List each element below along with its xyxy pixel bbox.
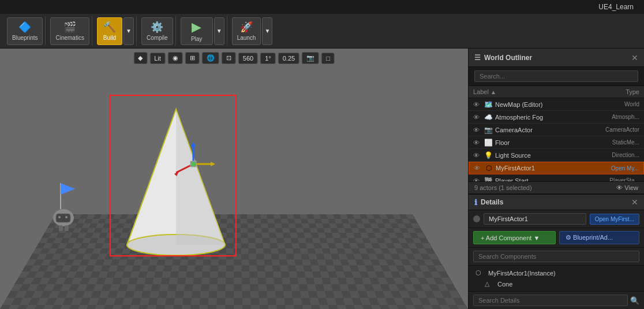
row-label-fog: Atmospheric Fog	[495, 114, 591, 121]
toolbar-group-build: 🔨 Build ▼	[95, 16, 137, 46]
row-type-light: Direction...	[593, 152, 639, 158]
row-icon-fog: ☁️	[484, 113, 493, 121]
row-type-floor: StaticMe...	[593, 139, 639, 146]
search-components-input[interactable]	[473, 251, 639, 262]
row-icon-camera: 📷	[484, 126, 493, 134]
svg-marker-1	[61, 183, 75, 195]
vp-gridsize-btn[interactable]: 560	[238, 53, 258, 64]
open-blueprint-button[interactable]: Open MyFirst...	[590, 214, 639, 225]
search-details-area: 🔍	[469, 291, 644, 309]
vp-camera-btn[interactable]: 📷	[302, 52, 319, 64]
build-dropdown-arrow: ▼	[126, 28, 132, 34]
vp-lit-btn[interactable]: Lit	[149, 53, 166, 64]
outliner-search-input[interactable]	[474, 70, 638, 82]
vp-world-btn[interactable]: 🌐	[202, 52, 219, 64]
compile-button[interactable]: ⚙️ Compile	[141, 17, 173, 45]
eye-icon-newmap: 👁	[473, 101, 481, 108]
vp-scale-btn[interactable]: 0.25	[278, 53, 299, 64]
row-type-playerstart: PlayerSta...	[593, 177, 639, 181]
launch-dropdown[interactable]: ▼	[262, 17, 272, 45]
toolbar-group-play: ▶ Play ▼	[178, 16, 227, 46]
col-type-header[interactable]: Type	[593, 88, 639, 95]
build-dropdown[interactable]: ▼	[123, 17, 134, 45]
details-close-button[interactable]: ✕	[631, 198, 638, 207]
vp-grid-icon: ⊞	[190, 54, 195, 62]
outliner-row-light[interactable]: 👁 💡 Light Source Direction...	[469, 149, 644, 162]
outliner-list: 👁 🗺️ NewMap (Editor) World 👁 ☁️ Atmosphe…	[469, 98, 644, 181]
search-components-area	[469, 248, 644, 266]
launch-label: Launch	[237, 35, 256, 41]
details-panel: ℹ Details ✕ Open MyFirst... + Add Compon…	[469, 193, 644, 309]
outliner-status-text: 9 actors (1 selected)	[474, 184, 532, 191]
eye-icon-fog: 👁	[473, 114, 481, 121]
component-row-instance[interactable]: ⬡ MyFirstActor1(Instance)	[469, 267, 644, 278]
play-dropdown[interactable]: ▼	[214, 17, 224, 45]
vp-snap-icon: ⊡	[226, 54, 231, 62]
vp-show-btn[interactable]: ◉	[168, 52, 183, 64]
component-icon-instance: ⬡	[475, 269, 485, 277]
outliner-row-camera[interactable]: 👁 📷 CameraActor CameraActor	[469, 124, 644, 136]
row-icon-light: 💡	[484, 151, 493, 159]
eye-icon-light: 👁	[473, 152, 481, 159]
details-label: Details	[481, 198, 503, 206]
row-icon-myfirstactor: ⬡	[484, 164, 493, 172]
actor-name-input[interactable]	[484, 213, 586, 225]
toolbar-group-cinematics: 🎬 Cinematics	[48, 16, 92, 46]
outliner-title-text: World Outliner	[484, 54, 532, 62]
vp-perspective-icon: ◆	[138, 54, 143, 62]
row-label-playerstart: Player Start	[495, 177, 591, 182]
world-outliner-title: ☰ World Outliner	[474, 54, 532, 62]
outliner-columns: Label ▲ Type	[469, 86, 644, 98]
outliner-row-newmap[interactable]: 👁 🗺️ NewMap (Editor) World	[469, 98, 644, 111]
outliner-row-fog[interactable]: 👁 ☁️ Atmospheric Fog Atmosph...	[469, 111, 644, 124]
outliner-search-box	[469, 67, 644, 86]
outliner-close-button[interactable]: ✕	[631, 53, 638, 62]
viewport[interactable]: ◆ Lit ◉ ⊞ 🌐 ⊡ 560 1° 0.25 📷 □	[0, 49, 468, 309]
vp-angle-btn[interactable]: 1°	[260, 53, 276, 64]
vp-grid-btn[interactable]: ⊞	[185, 52, 200, 64]
eye-icon-myfirstactor: 👁	[474, 165, 482, 172]
vp-show-icon: ◉	[173, 54, 178, 62]
component-icon-cone: △	[485, 280, 494, 288]
launch-dropdown-arrow: ▼	[264, 28, 270, 34]
world-outliner-header: ☰ World Outliner ✕	[469, 49, 644, 67]
row-type-camera: CameraActor	[593, 126, 639, 133]
right-panel: ☰ World Outliner ✕ Label ▲ Type 👁 🗺️ N	[468, 49, 644, 309]
vp-perspective-btn[interactable]: ◆	[133, 52, 147, 64]
row-label-light: Light Source	[495, 152, 591, 159]
outliner-row-myfirstactor[interactable]: 👁 ⬡ MyFirstActor1 Open My...	[469, 162, 644, 174]
cinematics-button[interactable]: 🎬 Cinematics	[50, 17, 89, 45]
play-label: Play	[191, 36, 202, 42]
toolbar-group-launch: 🚀 Launch ▼	[230, 16, 275, 46]
blueprint-button[interactable]: ⚙ Blueprint/Ad...	[559, 231, 639, 244]
cinematics-icon: 🎬	[63, 21, 76, 33]
vp-world-icon: 🌐	[207, 54, 215, 62]
launch-button[interactable]: 🚀 Launch	[232, 17, 261, 45]
details-icon: ℹ	[474, 198, 477, 207]
svg-point-4	[58, 216, 61, 218]
col-label-header[interactable]: Label ▲	[473, 88, 591, 95]
vp-snap-btn[interactable]: ⊡	[222, 52, 236, 64]
blueprints-button[interactable]: 🔷 Blueprints	[7, 17, 43, 45]
row-icon-playerstart: 🏁	[484, 177, 493, 182]
search-details-input[interactable]	[473, 295, 628, 306]
vp-maximize-btn[interactable]: □	[321, 53, 335, 64]
component-tree: ⬡ MyFirstActor1(Instance) △ Cone	[469, 266, 644, 291]
svg-rect-3	[56, 214, 70, 222]
build-button[interactable]: 🔨 Build	[97, 17, 122, 45]
blueprints-icon: 🔷	[18, 21, 31, 33]
add-component-button[interactable]: + Add Component ▼	[473, 231, 556, 244]
component-row-cone[interactable]: △ Cone	[469, 278, 644, 289]
compile-icon: ⚙️	[151, 21, 163, 33]
outliner-view-btn[interactable]: 👁 View	[616, 184, 638, 191]
play-button[interactable]: ▶ Play	[181, 17, 213, 45]
outliner-row-floor[interactable]: 👁 ⬜ Floor StaticMe...	[469, 136, 644, 149]
row-type-fog: Atmosph...	[593, 114, 639, 120]
outliner-row-playerstart[interactable]: 👁 🏁 Player Start PlayerSta...	[469, 174, 644, 181]
svg-rect-6	[59, 225, 63, 231]
row-icon-floor: ⬜	[484, 139, 493, 147]
row-type-myfirstactor[interactable]: Open My...	[611, 165, 639, 172]
row-label-newmap: NewMap (Editor)	[495, 101, 591, 108]
details-header: ℹ Details ✕	[469, 195, 644, 210]
component-label-instance: MyFirstActor1(Instance)	[488, 270, 556, 277]
